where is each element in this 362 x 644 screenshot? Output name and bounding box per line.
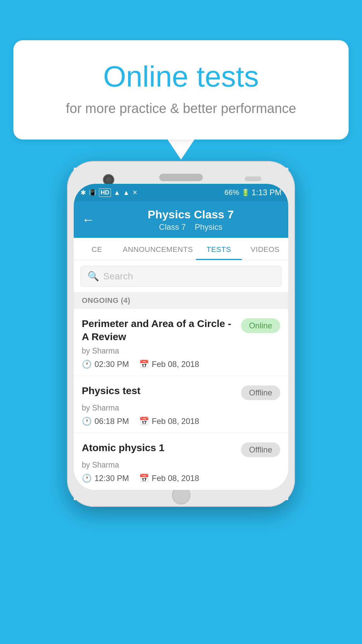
phone-front-sensor xyxy=(245,176,261,181)
back-button[interactable]: ← xyxy=(82,213,95,227)
phone-top-bar xyxy=(74,168,288,184)
test-date-2: 📅 Feb 08, 2018 xyxy=(139,417,199,426)
search-placeholder: Search xyxy=(103,271,133,282)
test-title-2: Physics test xyxy=(82,384,236,397)
search-container: 🔍 Search xyxy=(74,260,288,292)
header-subject: Physics xyxy=(195,222,223,231)
tab-videos[interactable]: VIDEOS xyxy=(242,238,288,260)
phone-speaker xyxy=(159,174,203,181)
test-item-1-header: Perimeter and Area of a Circle - A Revie… xyxy=(82,317,280,343)
speech-bubble-container: Online tests for more practice & better … xyxy=(13,40,349,160)
test-title-1: Perimeter and Area of a Circle - A Revie… xyxy=(82,317,236,343)
test-date-value-3: Feb 08, 2018 xyxy=(152,474,199,483)
test-badge-3: Offline xyxy=(241,442,280,457)
test-badge-2: Offline xyxy=(241,385,280,400)
speech-bubble-arrow xyxy=(168,140,194,160)
test-badge-1: Online xyxy=(241,318,280,333)
phone-mockup: ✱ 📳 HD ▲ ▲ ✕ 66% 🔋 1:13 PM ← Physics Cla… xyxy=(67,161,295,507)
test-time-value-3: 12:30 PM xyxy=(95,474,129,483)
vibrate-icon: 📳 xyxy=(89,189,96,196)
hd-badge: HD xyxy=(99,189,111,197)
wifi-icon: ▲ xyxy=(114,189,120,197)
test-time-2: 🕐 06:18 PM xyxy=(82,417,129,426)
test-meta-1: 🕐 02:30 PM 📅 Feb 08, 2018 xyxy=(82,360,280,369)
battery-icon: 🔋 xyxy=(241,189,250,197)
tabs-bar: CE ANNOUNCEMENTS TESTS VIDEOS xyxy=(74,238,288,260)
test-date-value-1: Feb 08, 2018 xyxy=(152,360,199,369)
test-author-1: by Sharma xyxy=(82,346,280,356)
clock-icon-3: 🕐 xyxy=(82,474,92,483)
test-time-value-2: 06:18 PM xyxy=(95,417,129,426)
phone-camera xyxy=(104,175,113,184)
test-date-3: 📅 Feb 08, 2018 xyxy=(139,474,199,483)
phone-bottom xyxy=(74,490,288,500)
status-icons-left: ✱ 📳 HD ▲ ▲ ✕ xyxy=(80,189,137,197)
test-item-2-header: Physics test Offline xyxy=(82,384,280,400)
speech-bubble-subtitle: for more practice & better performance xyxy=(40,101,322,116)
phone-screen: ✱ 📳 HD ▲ ▲ ✕ 66% 🔋 1:13 PM ← Physics Cla… xyxy=(74,184,288,490)
header-class: Class 7 xyxy=(159,222,186,231)
tab-announcements[interactable]: ANNOUNCEMENTS xyxy=(120,238,195,260)
tab-tests[interactable]: TESTS xyxy=(196,238,242,260)
speech-bubble: Online tests for more practice & better … xyxy=(13,40,349,140)
test-item-3[interactable]: Atomic physics 1 Offline by Sharma 🕐 12:… xyxy=(74,433,288,490)
calendar-icon-3: 📅 xyxy=(139,474,149,483)
search-box[interactable]: 🔍 Search xyxy=(80,266,282,287)
phone-outer: ✱ 📳 HD ▲ ▲ ✕ 66% 🔋 1:13 PM ← Physics Cla… xyxy=(67,161,295,507)
app-header: ← Physics Class 7 Class 7 Physics xyxy=(74,201,288,238)
status-time: 1:13 PM xyxy=(252,188,282,197)
status-bar: ✱ 📳 HD ▲ ▲ ✕ 66% 🔋 1:13 PM xyxy=(74,184,288,201)
test-meta-3: 🕐 12:30 PM 📅 Feb 08, 2018 xyxy=(82,474,280,483)
calendar-icon-2: 📅 xyxy=(139,417,149,426)
search-icon: 🔍 xyxy=(87,271,99,282)
test-item-1[interactable]: Perimeter and Area of a Circle - A Revie… xyxy=(74,309,288,376)
test-time-1: 🕐 02:30 PM xyxy=(82,360,129,369)
section-ongoing-header: ONGOING (4) xyxy=(74,292,288,309)
test-item-3-header: Atomic physics 1 Offline xyxy=(82,441,280,457)
test-time-value-1: 02:30 PM xyxy=(95,360,129,369)
header-title-section: Physics Class 7 Class 7 Physics xyxy=(101,208,280,232)
header-main-title: Physics Class 7 xyxy=(101,208,280,221)
bluetooth-icon: ✱ xyxy=(80,189,86,197)
no-service-icon: ✕ xyxy=(132,189,137,196)
test-date-1: 📅 Feb 08, 2018 xyxy=(139,360,199,369)
status-icons-right: 66% 🔋 1:13 PM xyxy=(225,188,282,197)
clock-icon-1: 🕐 xyxy=(82,360,92,369)
speech-bubble-title: Online tests xyxy=(40,60,322,93)
test-author-3: by Sharma xyxy=(82,461,280,470)
clock-icon-2: 🕐 xyxy=(82,417,92,426)
signal-icon: ▲ xyxy=(123,189,130,197)
header-sub-title: Class 7 Physics xyxy=(101,222,280,232)
test-title-3: Atomic physics 1 xyxy=(82,441,236,454)
tab-ce[interactable]: CE xyxy=(74,238,120,260)
battery-percent: 66% xyxy=(225,188,239,197)
calendar-icon-1: 📅 xyxy=(139,360,149,369)
test-author-2: by Sharma xyxy=(82,404,280,413)
test-date-value-2: Feb 08, 2018 xyxy=(152,417,199,426)
test-meta-2: 🕐 06:18 PM 📅 Feb 08, 2018 xyxy=(82,417,280,426)
test-item-2[interactable]: Physics test Offline by Sharma 🕐 06:18 P… xyxy=(74,376,288,433)
test-time-3: 🕐 12:30 PM xyxy=(82,474,129,483)
